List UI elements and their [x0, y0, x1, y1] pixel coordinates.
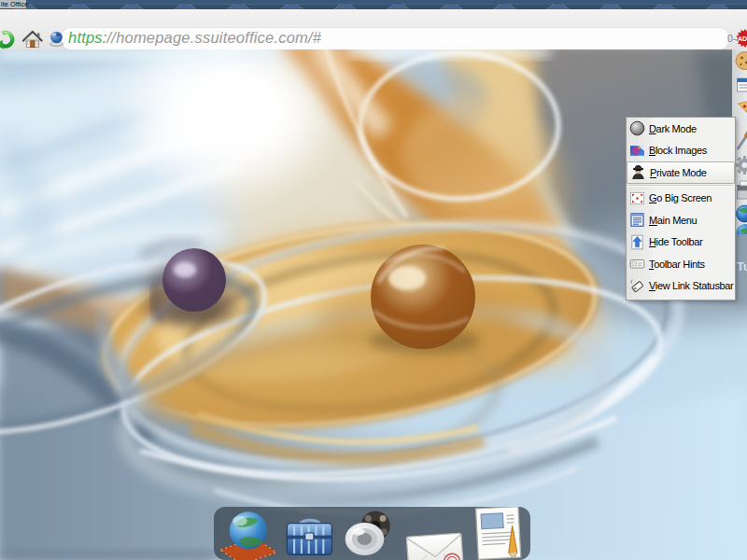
svg-text:AD: AD [738, 35, 747, 42]
svg-text:0-: 0- [727, 33, 737, 44]
